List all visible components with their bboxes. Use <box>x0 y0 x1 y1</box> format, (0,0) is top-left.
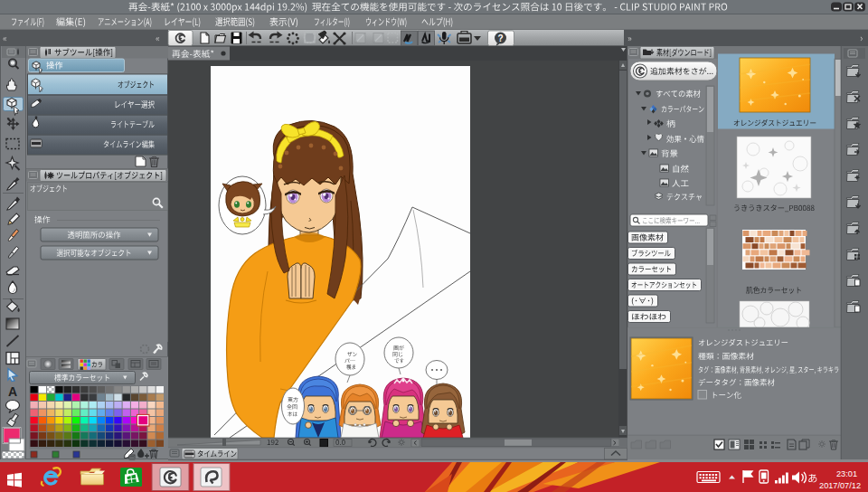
svg-text:23:01: 23:01 <box>836 469 857 478</box>
svg-text:?: ? <box>497 33 503 43</box>
svg-text:A: A <box>8 384 17 399</box>
svg-text:2017/07/12: 2017/07/12 <box>819 481 861 490</box>
